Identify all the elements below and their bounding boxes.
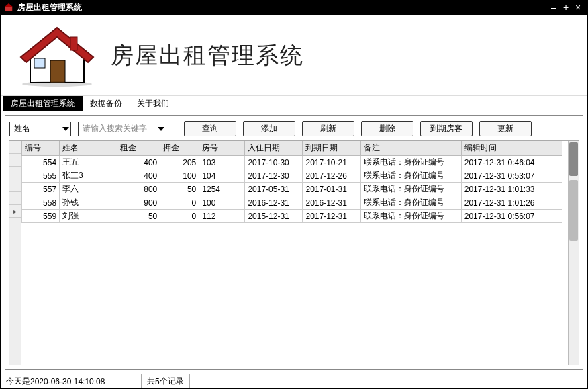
cell-due[interactable]: 2016-12-31 bbox=[303, 196, 360, 210]
scrollbar-thumb[interactable] bbox=[569, 180, 578, 241]
chevron-down-icon bbox=[62, 127, 69, 131]
table-row[interactable]: 557李六8005012542017-05-312017-01-31联系电话：身… bbox=[22, 183, 562, 196]
cell-edited[interactable]: 2017-12-31 1:01:26 bbox=[461, 196, 562, 210]
titlebar[interactable]: 房屋出租管理系统 – + × bbox=[0, 0, 588, 15]
cell-checkin[interactable]: 2016-12-31 bbox=[245, 196, 303, 210]
cell-remark[interactable]: 联系电话：身份证编号 bbox=[360, 156, 461, 169]
cell-room[interactable]: 100 bbox=[199, 196, 245, 210]
search-field-select[interactable]: 姓名 bbox=[9, 122, 71, 136]
col-room[interactable]: 房号 bbox=[199, 141, 245, 156]
delete-button[interactable]: 删除 bbox=[361, 121, 413, 136]
col-rent[interactable]: 租金 bbox=[117, 141, 160, 156]
cell-rent[interactable]: 50 bbox=[117, 210, 160, 223]
cell-id[interactable]: 559 bbox=[22, 210, 60, 223]
row-header[interactable] bbox=[9, 192, 21, 205]
minimize-button[interactable]: – bbox=[548, 3, 560, 12]
app-title: 房屋出租管理系统 bbox=[111, 40, 304, 71]
col-due[interactable]: 到期日期 bbox=[303, 141, 360, 156]
tab-main[interactable]: 房屋出租管理系统 bbox=[3, 96, 83, 111]
cell-id[interactable]: 555 bbox=[22, 169, 60, 183]
add-button[interactable]: 添加 bbox=[243, 121, 295, 136]
cell-name[interactable]: 张三3 bbox=[60, 169, 117, 183]
cell-rent[interactable]: 400 bbox=[117, 156, 160, 169]
svg-rect-5 bbox=[34, 58, 45, 68]
cell-room[interactable]: 112 bbox=[199, 210, 245, 223]
cell-deposit[interactable]: 205 bbox=[160, 156, 199, 169]
cell-deposit[interactable]: 100 bbox=[160, 169, 199, 183]
cell-due[interactable]: 2017-01-31 bbox=[303, 183, 360, 196]
table-row[interactable]: 554王五4002051032017-10-302017-10-21联系电话：身… bbox=[22, 156, 562, 169]
row-header-corner bbox=[9, 141, 21, 154]
cell-id[interactable]: 554 bbox=[22, 156, 60, 169]
cell-name[interactable]: 刘强 bbox=[60, 210, 117, 223]
col-name[interactable]: 姓名 bbox=[60, 141, 117, 156]
row-header[interactable] bbox=[9, 179, 21, 192]
status-count-value: 5 bbox=[155, 377, 160, 386]
col-id[interactable]: 编号 bbox=[22, 141, 60, 156]
cell-checkin[interactable]: 2017-12-30 bbox=[245, 169, 303, 183]
cell-checkin[interactable]: 2015-12-31 bbox=[245, 210, 303, 223]
cell-remark[interactable]: 联系电话：身份证编号 bbox=[360, 169, 461, 183]
cell-room[interactable]: 103 bbox=[199, 156, 245, 169]
scrollbar-thumb[interactable] bbox=[569, 142, 578, 176]
row-header[interactable] bbox=[9, 154, 21, 167]
search-field-value: 姓名 bbox=[10, 123, 70, 134]
content-frame: 姓名 请输入搜索关键字 查询 添加 刷新 删除 到期房客 更新 bbox=[5, 115, 583, 370]
col-deposit[interactable]: 押金 bbox=[160, 141, 199, 156]
data-grid[interactable]: ▸ 编号 姓名 租金 押金 房号 入住日期 bbox=[9, 140, 579, 365]
expired-button[interactable]: 到期房客 bbox=[420, 121, 473, 136]
update-button[interactable]: 更新 bbox=[479, 121, 532, 136]
cell-edited[interactable]: 2017-12-31 0:53:07 bbox=[461, 169, 562, 183]
svg-rect-0 bbox=[5, 7, 13, 11]
cell-edited[interactable]: 2017-12-31 0:46:04 bbox=[461, 156, 562, 169]
table-row[interactable]: 555张三34001001042017-12-302017-12-26联系电话：… bbox=[22, 169, 562, 183]
cell-deposit[interactable]: 0 bbox=[160, 196, 199, 210]
header-banner: 房屋出租管理系统 bbox=[1, 15, 587, 96]
cell-name[interactable]: 李六 bbox=[60, 183, 117, 196]
cell-remark[interactable]: 联系电话：身份证编号 bbox=[360, 210, 461, 223]
tab-about[interactable]: 关于我们 bbox=[130, 96, 177, 111]
cell-remark[interactable]: 联系电话：身份证编号 bbox=[360, 196, 461, 210]
cell-rent[interactable]: 800 bbox=[117, 183, 160, 196]
cell-edited[interactable]: 2017-12-31 0:56:07 bbox=[461, 210, 562, 223]
cell-deposit[interactable]: 50 bbox=[160, 183, 199, 196]
cell-rent[interactable]: 400 bbox=[117, 169, 160, 183]
search-input[interactable]: 请输入搜索关键字 bbox=[78, 122, 166, 136]
row-header[interactable] bbox=[9, 167, 21, 179]
cell-room[interactable]: 1254 bbox=[199, 183, 245, 196]
cell-checkin[interactable]: 2017-10-30 bbox=[245, 156, 303, 169]
row-header-current[interactable]: ▸ bbox=[9, 205, 21, 218]
cell-edited[interactable]: 2017-12-31 1:01:33 bbox=[461, 183, 562, 196]
cell-room[interactable]: 104 bbox=[199, 169, 245, 183]
cell-deposit[interactable]: 0 bbox=[160, 210, 199, 223]
tab-bar: 房屋出租管理系统 数据备份 关于我们 bbox=[1, 96, 587, 111]
cell-name[interactable]: 王五 bbox=[60, 156, 117, 169]
col-checkin[interactable]: 入住日期 bbox=[245, 141, 303, 156]
client-area: 房屋出租管理系统 房屋出租管理系统 数据备份 关于我们 姓名 请输入搜索关键字 … bbox=[0, 15, 588, 389]
table-row[interactable]: 559刘强5001122015-12-312017-12-31联系电话：身份证编… bbox=[22, 210, 562, 223]
data-table: 编号 姓名 租金 押金 房号 入住日期 到期日期 备注 编辑时间 554王五40… bbox=[21, 141, 562, 223]
tab-backup[interactable]: 数据备份 bbox=[83, 96, 130, 111]
col-remark[interactable]: 备注 bbox=[360, 141, 461, 156]
cell-due[interactable]: 2017-12-26 bbox=[303, 169, 360, 183]
vertical-scrollbar[interactable] bbox=[568, 141, 579, 365]
chevron-down-icon bbox=[158, 127, 164, 131]
col-edited[interactable]: 编辑时间 bbox=[461, 141, 562, 156]
cell-remark[interactable]: 联系电话：身份证编号 bbox=[360, 183, 461, 196]
close-button[interactable]: × bbox=[572, 3, 584, 12]
status-date-prefix: 今天是 bbox=[6, 376, 30, 387]
table-row[interactable]: 558孙钱90001002016-12-312016-12-31联系电话：身份证… bbox=[22, 196, 562, 210]
status-count-suffix: 个记录 bbox=[160, 376, 184, 387]
cell-checkin[interactable]: 2017-05-31 bbox=[245, 183, 303, 196]
query-button[interactable]: 查询 bbox=[184, 121, 236, 136]
cell-id[interactable]: 557 bbox=[22, 183, 60, 196]
cell-due[interactable]: 2017-10-21 bbox=[303, 156, 360, 169]
refresh-button[interactable]: 刷新 bbox=[302, 121, 354, 136]
cell-due[interactable]: 2017-12-31 bbox=[303, 210, 360, 223]
cell-rent[interactable]: 900 bbox=[117, 196, 160, 210]
maximize-button[interactable]: + bbox=[560, 3, 572, 12]
toolbar: 姓名 请输入搜索关键字 查询 添加 刷新 删除 到期房客 更新 bbox=[5, 116, 583, 140]
cell-name[interactable]: 孙钱 bbox=[60, 196, 117, 210]
svg-point-7 bbox=[22, 81, 92, 87]
cell-id[interactable]: 558 bbox=[22, 196, 60, 210]
